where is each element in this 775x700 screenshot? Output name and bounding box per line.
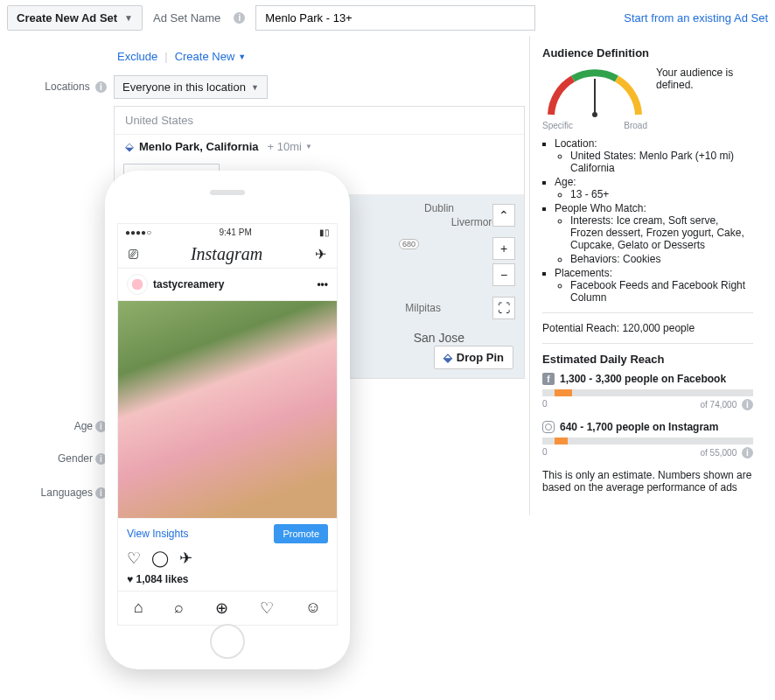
facebook-icon: f (542, 373, 555, 385)
activity-icon[interactable]: ♡ (260, 598, 274, 618)
locations-label: Locations (45, 80, 89, 93)
map-zoom-in-button[interactable]: + (492, 237, 515, 260)
location-city: Menlo Park, California (139, 140, 259, 153)
create-ad-set-label: Create New Ad Set (17, 11, 117, 24)
location-item[interactable]: ⬙ Menlo Park, California + 10mi ▼ (115, 135, 524, 158)
comment-icon[interactable]: ◯ (151, 549, 169, 568)
reach-disclaimer: This is only an estimate. Numbers shown … (542, 469, 753, 494)
post-image[interactable] (118, 301, 337, 518)
daily-reach-heading: Estimated Daily Reach (542, 353, 753, 366)
avatar[interactable] (127, 274, 148, 295)
audience-defined-text: Your audience is defined. (656, 66, 753, 91)
chevron-down-icon: ▼ (124, 13, 133, 23)
profile-icon[interactable]: ☺ (305, 598, 321, 618)
languages-label: Languages (41, 486, 93, 499)
drop-pin-button[interactable]: ⬙ Drop Pin (434, 346, 513, 369)
instagram-icon (542, 421, 555, 433)
audience-details-list: Location:United States: Menlo Park (+10 … (555, 137, 753, 304)
likes-count: 1,084 likes (136, 573, 188, 585)
pin-icon: ⬙ (443, 351, 452, 364)
carrier-dots: ●●●●○ (125, 228, 151, 237)
map-zoom-out-button[interactable]: − (492, 263, 515, 286)
map-collapse-button[interactable]: ⌃ (492, 204, 515, 227)
ig-reach-bar (542, 438, 753, 444)
phone-preview: ●●●●○ 9:41 PM ▮▯ ⎚ Instagram ✈ tastycrea… (105, 171, 350, 669)
create-new-dropdown[interactable]: Create New ▼ (175, 50, 247, 63)
map-fullscreen-button[interactable]: ⛶ (492, 297, 515, 319)
instagram-logo: Instagram (191, 244, 262, 264)
audience-gauge (542, 66, 647, 119)
camera-icon[interactable]: ⎚ (129, 245, 138, 263)
potential-reach: Potential Reach: 120,000 people (542, 322, 753, 334)
chevron-down-icon: ▼ (251, 83, 259, 92)
start-from-existing-link[interactable]: Start from an existing Ad Set (624, 11, 768, 24)
send-icon[interactable]: ✈ (315, 246, 326, 262)
username[interactable]: tastycreamery (153, 278, 224, 290)
search-icon[interactable]: ⌕ (174, 598, 184, 618)
heart-icon[interactable]: ♡ (127, 549, 141, 568)
chevron-down-icon: ▼ (305, 143, 312, 150)
info-icon[interactable]: i (95, 81, 107, 93)
battery-icon: ▮▯ (319, 228, 330, 237)
ad-set-name-input[interactable] (255, 5, 535, 31)
location-country: United States (115, 107, 524, 135)
exclude-link[interactable]: Exclude (117, 50, 157, 63)
gender-label: Gender (58, 452, 93, 465)
info-icon[interactable]: i (742, 399, 753, 410)
audience-definition-heading: Audience Definition (542, 46, 753, 60)
promote-button[interactable]: Promote (274, 524, 328, 543)
svg-point-1 (592, 112, 597, 117)
pin-icon: ⬙ (125, 140, 134, 153)
location-scope-dropdown[interactable]: Everyone in this location ▼ (114, 75, 268, 99)
info-icon[interactable]: i (234, 12, 245, 24)
location-radius-dropdown[interactable]: + 10mi ▼ (268, 140, 312, 153)
info-icon[interactable]: i (742, 447, 753, 458)
view-insights-link[interactable]: View Insights (127, 528, 188, 540)
create-ad-set-dropdown[interactable]: Create New Ad Set ▼ (7, 5, 143, 31)
add-icon[interactable]: ⊕ (215, 598, 228, 618)
status-time: 9:41 PM (219, 228, 251, 237)
ad-set-name-label: Ad Set Name (153, 11, 220, 24)
more-icon[interactable]: ••• (317, 278, 328, 290)
age-label: Age (74, 420, 93, 432)
chevron-down-icon: ▼ (238, 52, 246, 61)
share-icon[interactable]: ✈ (179, 549, 192, 568)
fb-reach-bar (542, 389, 753, 396)
home-icon[interactable]: ⌂ (134, 598, 143, 618)
